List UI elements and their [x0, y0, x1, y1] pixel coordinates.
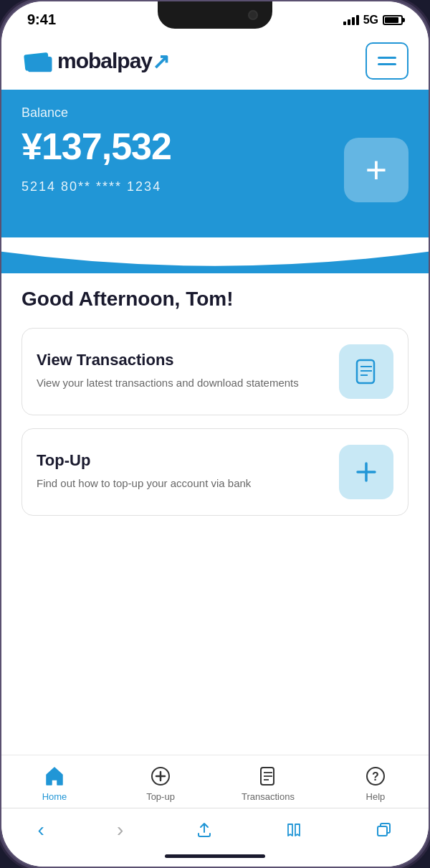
card-title-topup: Top-Up — [37, 451, 328, 470]
menu-line-1 — [378, 57, 396, 59]
top-up-card[interactable]: Top-Up Find out how to top-up your accou… — [22, 428, 408, 516]
transactions-icon-box — [339, 344, 393, 399]
nav-item-transactions[interactable]: Transactions — [242, 764, 295, 802]
logo-accent: ↗ — [152, 49, 170, 74]
balance-section: Balance ¥137,532 5214 80** **** 1234 + — [1, 90, 429, 237]
share-button[interactable] — [184, 819, 224, 841]
add-money-button[interactable]: + — [344, 138, 408, 202]
plus-icon — [352, 458, 381, 486]
network-label: 5G — [363, 14, 378, 27]
home-icon — [42, 764, 67, 788]
menu-line-2 — [378, 63, 396, 65]
topup-nav-icon — [148, 764, 173, 788]
card-title-transactions: View Transactions — [37, 351, 328, 369]
card-content-transactions: View Transactions View your latest trans… — [37, 351, 328, 392]
transactions-nav-icon — [256, 764, 280, 788]
greeting: Good Afternoon, Tom! — [22, 288, 408, 311]
nav-label-help: Help — [366, 791, 386, 802]
bottom-nav: Home Top-up — [1, 755, 429, 808]
main-content: Good Afternoon, Tom! View Transactions V… — [1, 273, 429, 755]
nav-label-home: Home — [42, 791, 67, 802]
add-plus-icon: + — [366, 151, 387, 189]
browser-bar: ‹ › — [1, 808, 429, 849]
battery-icon — [383, 15, 403, 25]
svg-rect-1 — [28, 57, 52, 72]
svg-rect-18 — [378, 826, 387, 836]
status-time: 9:41 — [27, 11, 56, 28]
nav-item-topup[interactable]: Top-up — [135, 764, 186, 802]
phone-inner: 9:41 5G mobalpay — [1, 1, 429, 867]
card-desc-topup: Find out how to top-up your account via … — [37, 476, 328, 492]
document-icon — [352, 357, 381, 386]
nav-label-topup: Top-up — [146, 791, 175, 802]
forward-button[interactable]: › — [105, 816, 135, 844]
wave-divider — [1, 237, 429, 273]
logo-text: mobalpay — [57, 49, 152, 73]
nav-item-help[interactable]: ? Help — [350, 764, 401, 802]
phone-frame: 9:41 5G mobalpay — [0, 0, 430, 868]
logo-icon — [22, 47, 57, 75]
help-icon: ? — [363, 764, 388, 788]
view-transactions-card[interactable]: View Transactions View your latest trans… — [22, 328, 408, 415]
menu-button[interactable] — [366, 42, 408, 80]
nav-item-home[interactable]: Home — [29, 764, 80, 802]
nav-label-transactions: Transactions — [242, 791, 295, 802]
status-icons: 5G — [343, 14, 403, 27]
topup-icon-box — [339, 445, 393, 499]
balance-label: Balance — [22, 105, 408, 121]
back-button[interactable]: ‹ — [27, 816, 56, 844]
signal-icon — [343, 15, 359, 25]
logo: mobalpay ↗ — [22, 47, 170, 75]
bookmarks-button[interactable] — [274, 819, 314, 841]
app-header: mobalpay ↗ — [1, 34, 429, 90]
card-desc-transactions: View your latest transactions and downlo… — [37, 375, 328, 392]
home-bar — [165, 854, 265, 858]
notch — [158, 1, 272, 29]
svg-text:?: ? — [372, 770, 379, 783]
home-indicator — [1, 849, 429, 867]
card-content-topup: Top-Up Find out how to top-up your accou… — [37, 451, 328, 492]
camera — [248, 10, 258, 20]
tabs-button[interactable] — [363, 819, 403, 841]
